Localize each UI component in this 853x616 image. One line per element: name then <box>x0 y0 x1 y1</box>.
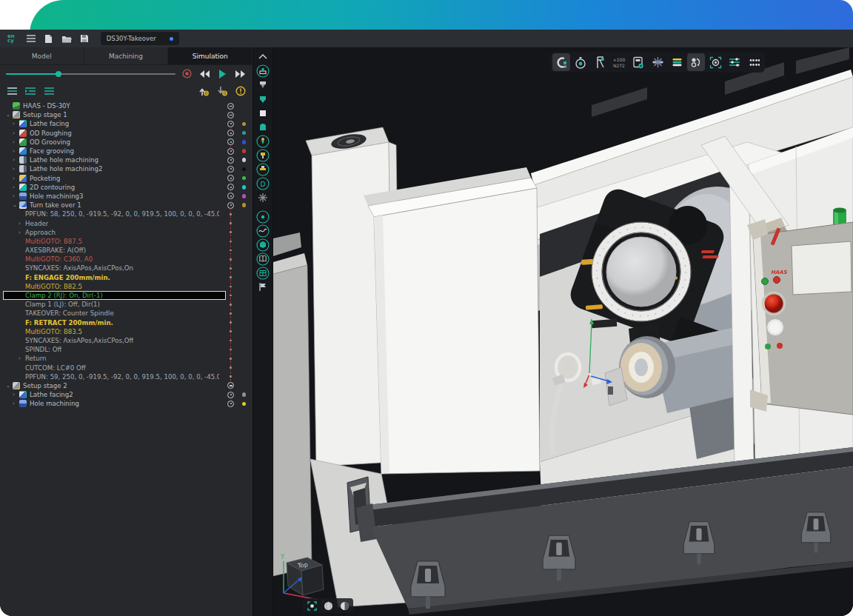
visibility-target-icon[interactable] <box>227 201 235 210</box>
expander-icon[interactable]: › <box>13 392 19 398</box>
tree-row-operation[interactable]: ›OD Roughing <box>0 129 252 138</box>
expander-icon[interactable]: › <box>13 193 19 199</box>
visibility-target-icon[interactable] <box>227 138 235 146</box>
fit-view-icon[interactable] <box>306 600 318 612</box>
target-gear-icon[interactable] <box>706 53 724 71</box>
visibility-target-icon[interactable] <box>227 192 235 200</box>
record-icon[interactable] <box>180 68 193 80</box>
suppress-toggle-icon[interactable] <box>227 381 235 389</box>
tree-row-command[interactable]: ›Approach <box>0 228 252 237</box>
next-issue-icon[interactable]: 0 <box>216 86 228 96</box>
tree-row-operation[interactable]: ›Lathe facing2 <box>0 390 252 399</box>
tree-row-command[interactable]: ›Return <box>0 354 252 363</box>
view-cube-top-label[interactable]: Top <box>297 561 308 569</box>
expander-icon[interactable]: › <box>13 184 19 190</box>
save-icon[interactable] <box>76 32 93 45</box>
tree-row-operation[interactable]: ›Lathe facing <box>0 119 252 128</box>
stopwatch-icon[interactable] <box>572 53 589 71</box>
visibility-target-icon[interactable] <box>227 129 235 137</box>
sphere-half-icon[interactable] <box>338 600 350 612</box>
expander-icon[interactable]: › <box>19 221 25 227</box>
collapse-tree-icon[interactable] <box>6 86 18 96</box>
spindle-icon[interactable] <box>255 78 271 92</box>
expander-icon[interactable]: › <box>13 401 19 406</box>
chuck-icon[interactable] <box>255 92 271 106</box>
point-icon[interactable] <box>255 210 271 224</box>
tree-row-operation[interactable]: ›Pocketing <box>0 174 252 183</box>
visibility-target-icon[interactable] <box>227 391 235 399</box>
viewport-3d[interactable]: HAAS <box>273 47 853 616</box>
tree-row-command[interactable]: CUTCOM: LC#0 Off <box>0 363 252 372</box>
tree-row-command[interactable]: MultiGOTO: B87.5 <box>0 237 252 246</box>
tree-row-operation[interactable]: ›Face grooving <box>0 147 252 155</box>
collision-check-icon[interactable] <box>255 190 271 204</box>
filters-icon[interactable] <box>726 53 743 71</box>
toolholder-icon[interactable] <box>255 148 271 162</box>
tab-model[interactable]: Model <box>0 47 84 64</box>
tree-row-command[interactable]: F: RETRACT 200mm/min. <box>0 318 252 327</box>
tool-icon[interactable] <box>255 134 271 148</box>
expander-icon[interactable]: ⌄ <box>6 383 13 389</box>
tree-row-command[interactable]: AXESBRAKE: A(Off) <box>0 246 252 255</box>
expander-icon[interactable]: ⌄ <box>6 112 13 118</box>
tree-row-operation[interactable]: ›Hole machining3 <box>0 192 252 201</box>
tree-row-command[interactable]: TAKEOVER: Counter Spindle <box>0 309 252 318</box>
document-tab[interactable]: DS30Y-Takeover <box>101 32 179 45</box>
tree-row-command[interactable]: SPINDL: Off <box>0 345 252 354</box>
fast-forward-icon[interactable] <box>233 68 247 80</box>
visibility-target-icon[interactable] <box>227 147 235 155</box>
expand-all-icon[interactable] <box>43 86 55 96</box>
expand-selected-icon[interactable] <box>24 86 36 96</box>
tree-row-command[interactable]: Clamp 2 (RJ): On, Dir(-1) <box>0 291 252 300</box>
tree-row-command[interactable]: Clamp 1 (LJ): Off, Dir(1) <box>0 300 252 309</box>
slider-handle[interactable] <box>56 71 61 77</box>
sphere-shaded-icon[interactable] <box>322 600 334 612</box>
holder-d-icon[interactable]: D <box>255 176 271 190</box>
suppress-toggle-icon[interactable] <box>227 111 235 119</box>
expander-icon[interactable]: › <box>13 166 19 172</box>
visibility-target-icon[interactable] <box>227 120 235 128</box>
tree-row-operation[interactable]: ›Lathe hole machining <box>0 155 252 164</box>
apps-grid-icon[interactable] <box>745 53 763 71</box>
fixture-icon[interactable] <box>255 162 271 176</box>
tree-row-command[interactable]: SYNCAXES: AxisAPos,AxisCPos,Off <box>0 336 252 345</box>
tab-machining[interactable]: Machining <box>84 47 169 64</box>
rewind-icon[interactable] <box>198 68 211 80</box>
tree-row-command[interactable]: SYNCAXES: AxisAPos,AxisCPos,On <box>0 264 252 272</box>
new-file-icon[interactable] <box>40 32 58 45</box>
collapse-strip-icon[interactable] <box>255 50 271 64</box>
tree-row-command[interactable]: PPFUN: 59, 250, 0, -919.5, -92, 0, 0, 91… <box>0 372 252 381</box>
visibility-target-icon[interactable] <box>227 156 235 164</box>
tree-row-operation[interactable]: ⌄Setup stage 2 <box>0 381 252 390</box>
table-icon[interactable] <box>255 266 271 280</box>
clamp-control-icon[interactable] <box>552 53 570 71</box>
expander-icon[interactable]: › <box>13 148 19 154</box>
visibility-target-icon[interactable] <box>227 183 235 191</box>
takeover-swap-icon[interactable] <box>687 53 705 71</box>
tree-row-operation[interactable]: ›Hole machining <box>0 399 252 408</box>
tree-row-command[interactable]: ›Header <box>0 218 252 227</box>
open-folder-icon[interactable] <box>58 32 76 45</box>
collision-spark-icon[interactable] <box>649 53 666 71</box>
next-tool-note-icon[interactable]: +100N2T2 <box>610 53 628 71</box>
tree-row-operation[interactable]: HAAS - DS-30Y <box>0 101 252 110</box>
caliper-icon[interactable] <box>591 53 609 71</box>
menu-icon[interactable] <box>22 32 40 45</box>
tree-row-command[interactable]: MultiGOTO: C360, A0 <box>0 255 252 264</box>
tree-row-command[interactable]: MultiGOTO: B82.5 <box>0 282 252 291</box>
tree-row-operation[interactable]: ⌄Turn take over 1 <box>0 201 252 210</box>
documentation-icon[interactable] <box>255 252 271 266</box>
toolpath-icon[interactable] <box>255 224 271 238</box>
tree-row-operation[interactable]: ›Lathe hole machining2 <box>0 164 252 173</box>
visibility-target-icon[interactable] <box>227 400 235 408</box>
solid-model-icon[interactable] <box>255 238 271 252</box>
flag-icon[interactable] <box>255 280 271 294</box>
warnings-icon[interactable] <box>235 86 247 96</box>
expander-icon[interactable]: › <box>13 130 19 136</box>
simulation-slider[interactable] <box>6 70 175 78</box>
play-icon[interactable] <box>215 68 229 80</box>
expander-icon[interactable]: ⌄ <box>13 202 19 208</box>
expander-icon[interactable]: › <box>13 121 19 127</box>
visibility-target-icon[interactable] <box>227 165 235 173</box>
expander-icon[interactable]: › <box>13 139 19 145</box>
